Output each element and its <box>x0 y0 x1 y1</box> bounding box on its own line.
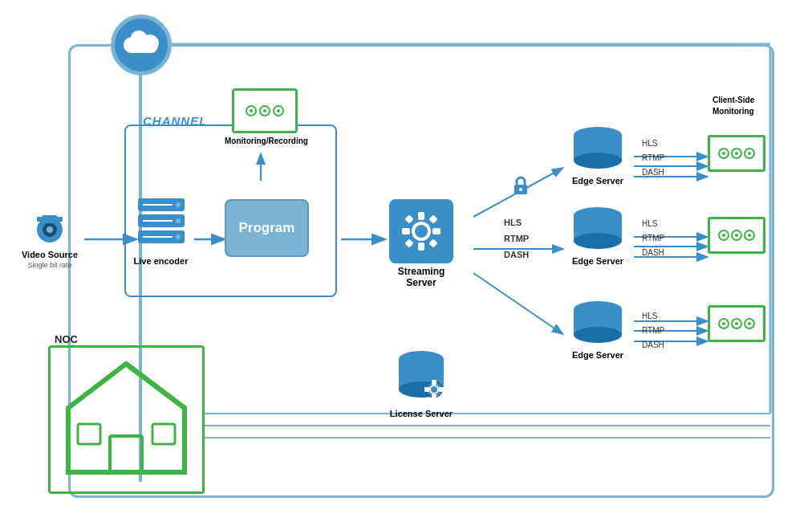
edge3-hls: HLS <box>642 309 664 324</box>
edge3-dash: DASH <box>642 338 664 353</box>
noc-icon <box>60 356 193 480</box>
client-monitor-1 <box>708 135 765 172</box>
svg-point-36 <box>176 234 181 239</box>
streaming-rtmp: RTMP <box>504 231 529 247</box>
program-container: Program <box>225 199 313 257</box>
edge3-proto-labels: HLS RTMP DASH <box>642 309 664 353</box>
edge-server-2-container: Edge Server <box>562 207 634 266</box>
svg-point-80 <box>735 152 738 155</box>
noc-label: NOC <box>55 333 78 345</box>
svg-point-91 <box>722 322 725 325</box>
svg-rect-44 <box>418 212 424 220</box>
video-source-icon <box>29 210 71 244</box>
svg-point-86 <box>735 234 738 237</box>
svg-point-79 <box>722 152 725 155</box>
video-source-container: Video Source Single bit rate <box>18 210 82 269</box>
client-monitor-3 <box>708 305 765 342</box>
client-monitor-2 <box>708 217 765 254</box>
svg-rect-66 <box>152 424 175 444</box>
lock-icon-container <box>512 175 530 199</box>
streaming-server-icon <box>400 210 442 252</box>
license-server-label: License Server <box>377 409 465 418</box>
streaming-proto-labels: HLS RTMP DASH <box>504 215 529 263</box>
svg-point-93 <box>748 322 751 325</box>
streaming-hls: HLS <box>504 215 529 231</box>
svg-rect-27 <box>58 217 63 222</box>
edge-server-1-label: Edge Server <box>562 176 634 186</box>
svg-rect-49 <box>428 214 437 223</box>
svg-point-40 <box>250 109 253 112</box>
edge-server-2-label: Edge Server <box>562 256 634 266</box>
svg-rect-45 <box>418 243 424 251</box>
svg-point-32 <box>176 202 181 207</box>
svg-point-24 <box>47 226 53 233</box>
edge3-rtmp: RTMP <box>642 324 664 338</box>
svg-rect-46 <box>402 228 410 234</box>
svg-rect-64 <box>110 436 142 472</box>
edge-server-1-icon <box>569 127 627 171</box>
edge2-proto-labels: HLS RTMP DASH <box>642 217 664 260</box>
client-side-label-line1: Client-Side <box>713 96 754 104</box>
edge-server-1-container: Edge Server <box>562 127 634 186</box>
edge1-dash: DASH <box>642 165 664 180</box>
svg-point-42 <box>277 109 280 112</box>
live-encoder-icon <box>136 197 186 251</box>
client-monitor-1-icon <box>717 145 756 161</box>
svg-rect-25 <box>42 215 58 223</box>
svg-point-69 <box>574 153 622 169</box>
svg-rect-65 <box>78 424 100 444</box>
svg-point-34 <box>176 218 181 223</box>
svg-rect-47 <box>432 228 441 234</box>
edge-server-3-label: Edge Server <box>562 350 634 360</box>
cloud-icon <box>124 31 159 59</box>
noc-border: NOC <box>48 345 205 494</box>
svg-point-75 <box>574 327 622 343</box>
svg-point-81 <box>748 152 751 155</box>
license-server-container: License Server <box>377 349 465 418</box>
client-monitor-2-icon <box>717 227 756 243</box>
svg-rect-60 <box>432 394 436 399</box>
edge1-hls: HLS <box>642 137 664 151</box>
edge1-proto-labels: HLS RTMP DASH <box>642 137 664 180</box>
edge2-hls: HLS <box>642 217 664 231</box>
svg-rect-59 <box>432 380 436 385</box>
client-side-monitoring-label: Client-Side Monitoring <box>713 95 754 117</box>
svg-point-85 <box>722 234 725 237</box>
svg-marker-63 <box>68 364 185 472</box>
edge-server-3-icon <box>569 301 627 345</box>
svg-point-41 <box>263 109 266 112</box>
svg-rect-62 <box>439 387 444 392</box>
program-label: Program <box>239 220 295 236</box>
svg-point-92 <box>735 322 738 325</box>
live-encoder-container: Live encoder <box>131 197 191 266</box>
client-side-label-line2: Monitoring <box>713 107 754 116</box>
svg-rect-51 <box>428 239 437 247</box>
svg-rect-26 <box>37 217 42 222</box>
streaming-server-container: Streaming Server <box>385 199 457 288</box>
edge1-rtmp: RTMP <box>642 151 664 165</box>
monitoring-icon <box>245 102 285 120</box>
edge-server-3-container: Edge Server <box>562 301 634 360</box>
svg-point-43 <box>413 223 429 239</box>
svg-point-53 <box>519 188 522 191</box>
channel-label: CHANNEL <box>143 114 207 128</box>
edge-server-2-icon <box>569 207 627 251</box>
license-server-icon <box>392 349 450 402</box>
monitoring-recording-container: Monitoring/Recording <box>225 88 305 145</box>
live-encoder-label: Live encoder <box>131 256 191 266</box>
cloud-container <box>111 14 172 75</box>
svg-rect-50 <box>404 239 413 247</box>
svg-point-72 <box>574 233 622 249</box>
monitoring-recording-label: Monitoring/Recording <box>225 137 305 145</box>
video-source-label: Video Source <box>18 250 82 259</box>
streaming-server-label2: Server <box>385 277 457 288</box>
streaming-server-label1: Streaming <box>385 266 457 277</box>
lock-icon <box>512 175 530 196</box>
edge2-rtmp: RTMP <box>642 231 664 246</box>
edge2-dash: DASH <box>642 246 664 260</box>
diagram: Video Source Single bit rate CHANNEL Liv… <box>0 0 812 526</box>
svg-point-87 <box>748 234 751 237</box>
single-bit-rate-label: Single bit rate <box>18 261 82 269</box>
streaming-dash: DASH <box>504 247 529 263</box>
client-monitor-3-icon <box>717 316 756 332</box>
